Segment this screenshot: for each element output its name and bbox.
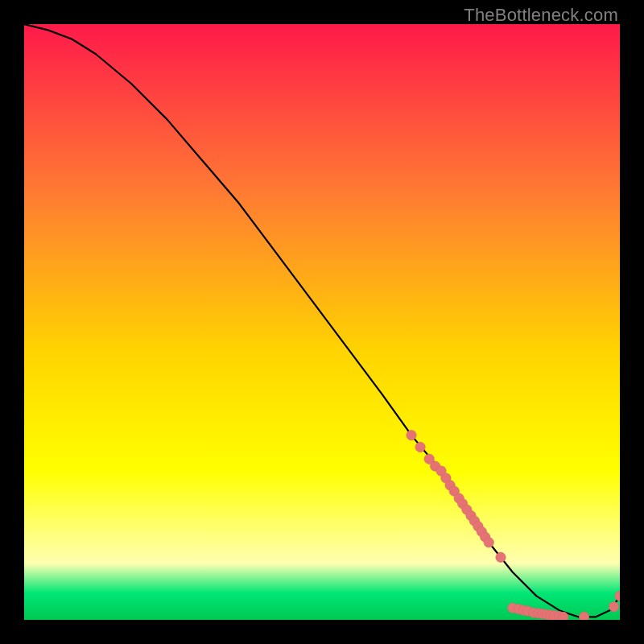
curve-marker	[484, 538, 493, 547]
curve-marker	[579, 612, 588, 620]
curve-marker	[415, 442, 425, 452]
watermark-text: TheBottleneck.com	[464, 5, 618, 26]
curve-marker	[407, 430, 416, 440]
bottleneck-chart	[24, 24, 620, 620]
chart-stage: TheBottleneck.com	[0, 0, 644, 644]
curve-marker	[496, 552, 506, 562]
curve-marker	[609, 602, 618, 612]
gradient-background	[24, 24, 620, 620]
curve-marker	[559, 612, 568, 620]
